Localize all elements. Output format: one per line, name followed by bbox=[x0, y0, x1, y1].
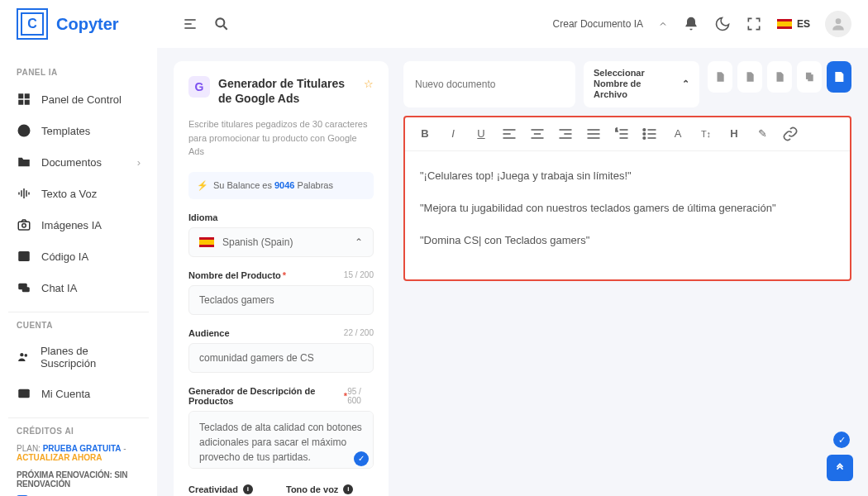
menu-toggle-icon[interactable] bbox=[182, 16, 198, 32]
language-selector[interactable]: ES bbox=[777, 18, 810, 30]
sidebar-item-templates[interactable]: Templates bbox=[8, 115, 149, 146]
export-txt-button[interactable] bbox=[767, 61, 792, 93]
align-center-icon[interactable] bbox=[529, 126, 546, 142]
logo-icon: C bbox=[17, 8, 48, 40]
svg-rect-9 bbox=[25, 100, 30, 105]
product-input[interactable] bbox=[188, 285, 374, 315]
align-justify-icon[interactable] bbox=[585, 126, 602, 142]
svg-point-3 bbox=[216, 18, 224, 26]
avatar[interactable] bbox=[825, 11, 851, 37]
svg-rect-23 bbox=[18, 389, 30, 398]
users-icon bbox=[17, 350, 31, 365]
logo[interactable]: C Copyter bbox=[17, 8, 157, 40]
heading-icon[interactable]: H bbox=[726, 126, 742, 142]
sidebar-item-label: Código IA bbox=[41, 250, 88, 263]
tool-title: Generador de Titulares de Google Ads bbox=[218, 76, 355, 106]
output-line: "Mejora tu jugabilidad con nuestros tecl… bbox=[420, 198, 835, 217]
highlight-icon[interactable]: ✎ bbox=[754, 126, 770, 142]
search-icon[interactable] bbox=[213, 16, 230, 32]
chevron-up-icon: ⌃ bbox=[682, 79, 689, 89]
ai-icon bbox=[17, 123, 31, 138]
info-icon[interactable]: i bbox=[243, 484, 253, 494]
unordered-list-icon[interactable] bbox=[641, 126, 658, 142]
svg-point-10 bbox=[18, 125, 31, 137]
favorite-star-icon[interactable]: ☆ bbox=[364, 78, 374, 90]
desc-label: Generador de Descripción de Productos bbox=[188, 386, 342, 406]
font-size-icon[interactable]: T↕ bbox=[698, 126, 714, 142]
svg-rect-20 bbox=[22, 287, 30, 292]
tool-icon: G bbox=[188, 76, 210, 98]
underline-icon[interactable]: U bbox=[473, 126, 489, 142]
sidebar-item-label: Imágenes IA bbox=[41, 219, 102, 231]
tool-description: Escribe titulares pegadizos de 30 caract… bbox=[188, 117, 374, 159]
editor-content[interactable]: "¡Celulares top! ¡Juega y trabaja sin lí… bbox=[405, 151, 850, 279]
svg-point-5 bbox=[836, 18, 842, 24]
grid-icon bbox=[17, 92, 31, 107]
svg-rect-25 bbox=[808, 74, 813, 81]
sidebar-item-label: Panel de Control bbox=[41, 93, 122, 106]
plan-line: PLAN: PRUEBA GRATUITA - ACTUALIZAR AHORA bbox=[17, 444, 141, 462]
fullscreen-icon[interactable] bbox=[746, 16, 762, 32]
copy-button[interactable] bbox=[797, 61, 822, 93]
italic-icon[interactable]: I bbox=[445, 126, 461, 142]
export-pdf-button[interactable] bbox=[737, 61, 762, 93]
product-counter: 15 / 200 bbox=[344, 270, 374, 279]
sidebar-item-dashboard[interactable]: Panel de Control bbox=[8, 83, 149, 115]
sidebar: PANEL IA Panel de Control Templates Docu… bbox=[0, 48, 157, 496]
sidebar-item-plans[interactable]: Planes de Suscripción bbox=[8, 336, 149, 378]
language-select[interactable]: Spanish (Spain) ⌃ bbox=[188, 227, 374, 257]
bell-icon[interactable] bbox=[683, 16, 699, 32]
flag-es-icon bbox=[777, 19, 792, 29]
creativity-label: Creatividad bbox=[188, 484, 238, 494]
logo-text: Copyter bbox=[56, 15, 119, 34]
file-name-select[interactable]: Seleccionar Nombre de Archivo⌃ bbox=[584, 61, 699, 107]
desc-textarea[interactable] bbox=[188, 411, 374, 469]
bold-icon[interactable]: B bbox=[417, 126, 433, 142]
main: G Generador de Titulares de Google Ads ☆… bbox=[157, 0, 868, 496]
output-line: "Domina CS| con Teclados gamers" bbox=[420, 231, 835, 250]
save-button[interactable] bbox=[827, 61, 851, 93]
chevron-up-icon: ⌃ bbox=[355, 236, 363, 248]
svg-text:1: 1 bbox=[616, 126, 618, 131]
editor-panel: Seleccionar Nombre de Archivo⌃ B I U 1 bbox=[403, 61, 851, 496]
sidebar-heading-account: CUENTA bbox=[17, 321, 141, 330]
sidebar-item-images[interactable]: Imágenes IA bbox=[8, 209, 149, 241]
create-document-link[interactable]: Crear Documento IA bbox=[553, 18, 643, 30]
chat-icon bbox=[17, 280, 31, 295]
audience-input[interactable] bbox=[188, 343, 374, 373]
desc-counter: 95 / 600 bbox=[347, 387, 374, 405]
svg-line-4 bbox=[224, 26, 227, 30]
tool-panel: G Generador de Titulares de Google Ads ☆… bbox=[174, 61, 389, 496]
sidebar-item-chat[interactable]: Chat IA bbox=[8, 272, 149, 303]
upgrade-link[interactable]: ACTUALIZAR AHORA bbox=[17, 453, 103, 462]
svg-point-47 bbox=[643, 136, 646, 139]
sidebar-item-label: Mi Cuenta bbox=[41, 388, 90, 400]
folder-icon bbox=[17, 155, 31, 169]
document-name-input[interactable] bbox=[403, 61, 575, 107]
align-left-icon[interactable] bbox=[501, 126, 517, 142]
svg-rect-7 bbox=[25, 93, 30, 98]
sidebar-item-account[interactable]: Mi Cuenta bbox=[8, 378, 149, 409]
link-icon[interactable] bbox=[782, 126, 799, 142]
dark-mode-icon[interactable] bbox=[714, 16, 731, 32]
sidebar-item-label: Templates bbox=[41, 125, 90, 137]
plan-name[interactable]: PRUEBA GRATUITA bbox=[43, 444, 122, 453]
sidebar-item-tts[interactable]: Texto a Voz bbox=[8, 178, 149, 209]
font-family-icon[interactable]: A bbox=[670, 126, 686, 142]
top-header: C Copyter Crear Documento IA ES bbox=[0, 0, 868, 48]
soundwave-icon bbox=[17, 186, 31, 201]
scroll-top-button[interactable] bbox=[827, 455, 853, 481]
sidebar-item-label: Chat IA bbox=[41, 282, 77, 294]
info-icon[interactable]: i bbox=[343, 484, 353, 494]
sidebar-item-documents[interactable]: Documentos › bbox=[8, 146, 149, 178]
align-right-icon[interactable] bbox=[557, 126, 574, 142]
svg-rect-16 bbox=[18, 222, 30, 230]
svg-point-45 bbox=[643, 128, 646, 131]
sidebar-item-code[interactable]: Código IA bbox=[8, 241, 149, 272]
sidebar-item-label: Planes de Suscripción bbox=[41, 345, 141, 370]
export-word-button[interactable] bbox=[708, 61, 732, 93]
svg-rect-6 bbox=[18, 93, 23, 98]
chevron-up-icon[interactable] bbox=[658, 16, 668, 32]
code-icon bbox=[17, 249, 31, 264]
ordered-list-icon[interactable]: 1 bbox=[613, 126, 630, 142]
